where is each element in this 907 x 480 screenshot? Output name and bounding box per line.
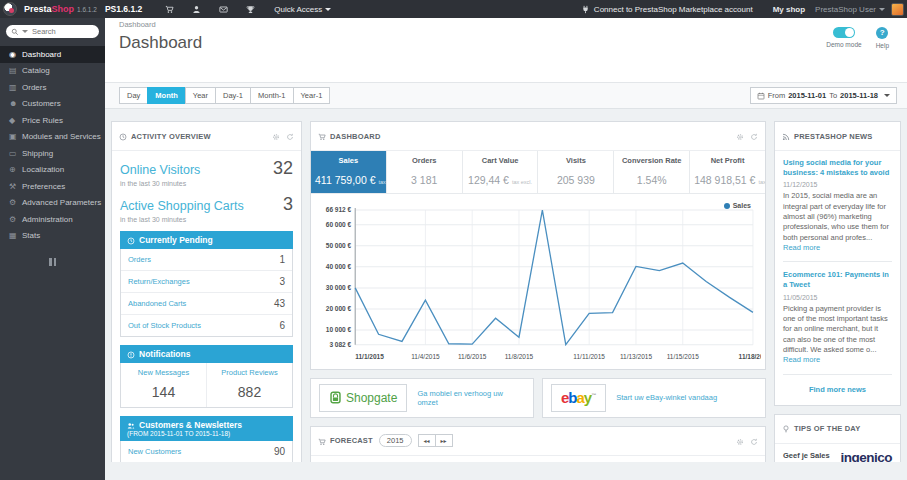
list-item: New Customers90 bbox=[121, 441, 292, 462]
refresh-icon[interactable] bbox=[286, 127, 294, 145]
line-chart[interactable]: 66 912 €60 000 €50 000 €40 000 €30 000 €… bbox=[315, 198, 761, 365]
forecast-nav: ◂◂ ▸▸ bbox=[418, 434, 453, 447]
forecast-legend: Traffic Conversion Average Cart Value Sa… bbox=[311, 456, 765, 462]
range-day-button[interactable]: Day bbox=[119, 87, 147, 104]
speedometer-icon: ◉ bbox=[9, 50, 22, 59]
quick-access-menu[interactable]: Quick Access bbox=[274, 5, 331, 14]
gear-icon[interactable] bbox=[736, 127, 744, 145]
range-year-button[interactable]: Year bbox=[185, 87, 215, 104]
my-shop-link[interactable]: My shop bbox=[773, 5, 805, 14]
read-more-link[interactable]: Read more bbox=[783, 355, 820, 364]
panel-title: DASHBOARD bbox=[330, 132, 381, 141]
prestashop-logo[interactable] bbox=[3, 2, 17, 16]
find-more-news-link[interactable]: Find more news bbox=[783, 383, 892, 398]
online-visitors-value: 32 bbox=[273, 158, 293, 179]
lightbulb-icon bbox=[782, 420, 790, 438]
demo-mode-toggle[interactable] bbox=[833, 27, 855, 38]
list-item: Out of Stock Products6 bbox=[121, 315, 292, 336]
shopgate-logo: Shopgate bbox=[319, 384, 407, 412]
help-icon[interactable]: ? bbox=[876, 27, 888, 39]
kpi-conversion-rate[interactable]: Conversion Rate 1.54% bbox=[614, 151, 690, 193]
customers-section-header: Customers & Newsletters (FROM 2015-11-01… bbox=[120, 416, 293, 441]
clock-icon bbox=[127, 235, 135, 245]
previous-year-button[interactable]: ◂◂ bbox=[419, 435, 436, 446]
trophy-icon[interactable] bbox=[246, 0, 255, 18]
sidebar-item-price-rules[interactable]: ◆Price Rules bbox=[0, 112, 105, 129]
svg-text:30 000 €: 30 000 € bbox=[326, 284, 352, 291]
user-icon[interactable] bbox=[192, 0, 201, 18]
range-year-1-button[interactable]: Year-1 bbox=[293, 87, 331, 104]
kpi-sales[interactable]: Sales 411 759,00 € tax excl. bbox=[311, 151, 387, 193]
chevron-down-icon bbox=[884, 94, 890, 97]
svg-text:40 000 €: 40 000 € bbox=[326, 263, 352, 270]
read-more-link[interactable]: Read more bbox=[783, 243, 820, 252]
sidebar-search[interactable] bbox=[6, 25, 99, 38]
list-item: Product Reviews 882 bbox=[207, 363, 292, 407]
marketplace-connect-link[interactable]: Connect to PrestaShop Marketplace accoun… bbox=[594, 5, 753, 14]
kpi-net-profit[interactable]: Net Profit 148 918,51 € tax excl. bbox=[690, 151, 765, 193]
user-menu[interactable]: PrestaShop User bbox=[815, 5, 885, 14]
search-scope-caret-icon[interactable] bbox=[22, 30, 28, 33]
news-item-title-link[interactable]: Using social media for your business: 4 … bbox=[783, 158, 892, 178]
sidebar-item-dashboard[interactable]: ◉Dashboard bbox=[0, 46, 105, 63]
sidebar-item-shipping[interactable]: ▭Shipping bbox=[0, 145, 105, 162]
gear-icon[interactable] bbox=[736, 432, 744, 450]
sidebar-item-preferences[interactable]: ⚒Preferences bbox=[0, 178, 105, 195]
kpi-orders[interactable]: Orders 3 181 bbox=[387, 151, 463, 193]
help-control: ? Help bbox=[876, 27, 889, 49]
cart-icon[interactable] bbox=[165, 0, 174, 18]
sales-chart: Sales 66 912 €60 000 €50 000 €40 000 €30… bbox=[311, 194, 765, 369]
top-bar: PrestaShop 1.6.1.2 PS1.6.1.2 Quick Acces… bbox=[0, 0, 907, 18]
sidebar-item-catalog[interactable]: ▤Catalog bbox=[0, 63, 105, 80]
panel-title: FORECAST bbox=[330, 436, 373, 445]
kpi-visits[interactable]: Visits 205 939 bbox=[538, 151, 614, 193]
shopgate-link[interactable]: Ga mobiel en verhoog uw omzet bbox=[417, 389, 525, 407]
notifications-section-header: Notifications bbox=[120, 345, 293, 363]
next-year-button[interactable]: ▸▸ bbox=[436, 435, 452, 446]
kpi-cart-value[interactable]: Cart Value 129,44 € tax excl. bbox=[463, 151, 539, 193]
active-carts-sub: in the last 30 minutes bbox=[120, 216, 293, 223]
search-input[interactable] bbox=[32, 27, 90, 36]
range-month-button[interactable]: Month bbox=[147, 87, 185, 104]
brand-name: PrestaShop bbox=[24, 4, 74, 14]
chart-legend[interactable]: Sales bbox=[724, 202, 751, 209]
cogs-icon: ⚙ bbox=[9, 198, 22, 207]
svg-text:66 912 €: 66 912 € bbox=[326, 206, 352, 213]
sidebar-item-administration[interactable]: ⚙Administration bbox=[0, 211, 105, 228]
credit-card-icon: ▥ bbox=[9, 83, 22, 92]
rss-icon bbox=[782, 127, 790, 145]
sidebar-collapse-button[interactable] bbox=[48, 258, 58, 266]
range-month-1-button[interactable]: Month-1 bbox=[250, 87, 293, 104]
breadcrumb[interactable]: Dashboard bbox=[119, 20, 897, 29]
svg-text:11/18/201: 11/18/201 bbox=[739, 353, 761, 360]
news-item-title-link[interactable]: Ecommerce 101: Payments in a Tweet bbox=[783, 270, 892, 290]
svg-text:3 082 €: 3 082 € bbox=[329, 341, 351, 348]
refresh-icon[interactable] bbox=[750, 432, 758, 450]
range-day-1-button[interactable]: Day-1 bbox=[215, 87, 250, 104]
svg-text:11/8/2015: 11/8/2015 bbox=[505, 353, 534, 360]
ebay-ad[interactable]: ebay™ Start uw eBay-winkel vandaag bbox=[542, 378, 766, 418]
shopgate-ad[interactable]: Shopgate Ga mobiel en verhoog uw omzet bbox=[310, 378, 534, 418]
svg-text:60 000 €: 60 000 € bbox=[326, 221, 352, 228]
sidebar-item-orders[interactable]: ▥Orders bbox=[0, 79, 105, 96]
sidebar-item-advanced-parameters[interactable]: ⚙Advanced Parameters bbox=[0, 195, 105, 212]
sidebar-item-localization[interactable]: ⊕Localization bbox=[0, 162, 105, 179]
mail-icon[interactable] bbox=[219, 0, 228, 18]
sidebar-item-modules[interactable]: ▣Modules and Services bbox=[0, 129, 105, 146]
svg-text:11/15/2015: 11/15/2015 bbox=[667, 353, 700, 360]
pending-section-header: Currently Pending bbox=[120, 231, 293, 249]
refresh-icon[interactable] bbox=[750, 127, 758, 145]
ebay-link[interactable]: Start uw eBay-winkel vandaag bbox=[616, 393, 717, 402]
online-visitors-link[interactable]: Online Visitors bbox=[120, 163, 273, 177]
svg-text:11/4/2015: 11/4/2015 bbox=[411, 353, 440, 360]
gear-icon[interactable] bbox=[272, 127, 280, 145]
activity-icon bbox=[119, 127, 127, 145]
sidebar-item-stats[interactable]: ▦Stats bbox=[0, 228, 105, 245]
search-icon bbox=[11, 28, 19, 36]
date-range-picker[interactable]: From2015-11-01 To2015-11-18 bbox=[750, 87, 897, 104]
cart-icon bbox=[318, 127, 326, 145]
active-carts-link[interactable]: Active Shopping Carts bbox=[120, 199, 283, 213]
avatar[interactable] bbox=[891, 3, 904, 16]
svg-text:20 000 €: 20 000 € bbox=[326, 305, 352, 312]
sidebar-item-customers[interactable]: ☻Customers bbox=[0, 96, 105, 113]
